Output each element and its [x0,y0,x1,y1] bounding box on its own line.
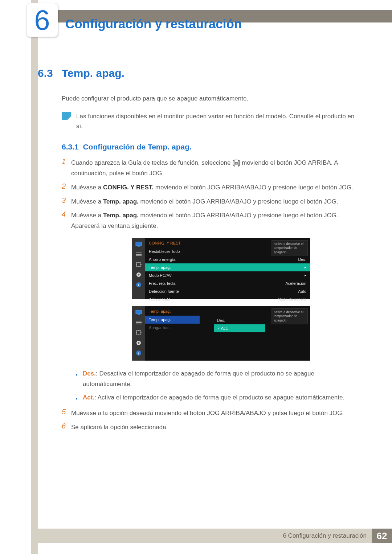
l: Temp. apag. [149,317,171,322]
t: moviendo el botón JOG ARRIBA/ABAJO y pre… [139,212,338,219]
v: ▸ [305,273,306,278]
step-number: 4 [62,210,71,231]
step-text: Muévase a Temp. apag. moviendo el botón … [71,210,338,231]
svg-rect-3 [136,254,142,255]
l: Activar LED [149,297,170,301]
step-number: 6 [62,422,71,433]
display-icon [135,310,142,315]
config-rest-label: CONFIG. Y REST. [103,184,154,191]
step-2: 2 Muévase a CONFIG. Y REST. moviendo el … [62,182,357,193]
note-icon [62,112,71,120]
note-text: Las funciones disponibles en el monitor … [76,111,357,131]
t: Muévase a [71,212,103,219]
step-text: Cuando aparezca la Guía de teclas de fun… [71,158,357,179]
section-heading: 6.3 Temp. apag. [38,67,357,79]
step-text: Muévase a la opción deseada moviendo el … [71,408,344,419]
svg-rect-11 [138,314,140,315]
display-icon [135,242,142,247]
l: Temp. apag. [149,265,171,270]
gear-icon [135,340,142,345]
svg-rect-2 [136,253,142,253]
osd-panel-1: i CONFIG. Y REST. Restablecer Todo Ahorr… [132,238,310,299]
bullet-icon: ● [75,395,78,403]
v: Aceleración [286,281,306,286]
step4-line2: Aparecerá la ventana siguiente. [71,222,158,229]
svg-rect-12 [136,321,142,321]
step-text: Se aplicará la opción seleccionada. [71,422,168,433]
section-number: 6.3 [38,67,62,79]
des-label: Des. [83,370,96,377]
chapter-title: Configuración y restauración [65,17,242,31]
subsection-number: 6.3.1 [62,143,79,151]
intro-paragraph: Puede configurar el producto para que se… [62,94,357,103]
option-act: Act. [214,324,265,332]
svg-rect-1 [138,246,140,247]
menu-icon: ▥ [234,160,238,167]
osd-row-frec: Frec. rep. teclaAceleración [145,279,310,287]
step-3: 3 Muévase a Temp. apag. moviendo el botó… [62,197,357,207]
bullet-icon: ● [75,372,78,390]
osd-row-tempapag: Temp. apag. [145,316,200,324]
chapter-number: 6 [34,4,50,37]
svg-point-7 [138,274,140,276]
l: Apagar tras [149,325,170,330]
osd-tooltip: Active o desactive el temporizador de ap… [271,240,308,256]
osd-tooltip: Active o desactive el temporizador de ap… [271,308,308,324]
note-block: Las funciones disponibles en el monitor … [62,111,357,131]
step-text: Muévase a CONFIG. Y REST. moviendo el bo… [71,182,353,193]
option-des: Des. [214,316,265,324]
v: ▸ [305,265,306,270]
step-number: 2 [62,182,71,193]
step-1: 1 Cuando aparezca la Guía de teclas de f… [62,158,357,179]
subsection-heading: 6.3.1 Configuración de Temp. apag. [62,143,357,151]
osd-row-led: Activar LEDModo de espera [145,295,310,303]
step-number: 5 [62,408,71,419]
osd-sidebar: i [132,306,145,361]
bullet-act: ● Act.: Activa el temporizador de apagad… [75,393,357,403]
osd-row-tempapag: Temp. apag.▸ [145,263,310,271]
page-footer: 6 Configuración y restauración 62 [31,529,392,543]
info-icon: i [135,350,142,356]
svg-rect-13 [136,322,142,323]
chapter-badge: 6 [26,3,58,37]
l: Frec. rep. tecla [149,281,175,286]
step-5: 5 Muévase a la opción deseada moviendo e… [62,408,357,419]
act-label: Act. [83,394,94,401]
left-margin-bar [31,0,38,554]
step-number: 3 [62,196,71,207]
t: Muévase a [71,198,103,205]
temp-apag-label: Temp. apag. [103,198,139,205]
svg-text:i: i [138,283,139,287]
v: Des. [298,257,306,262]
svg-rect-10 [136,310,142,314]
option-descriptions: ● Des.: Desactiva el temporizador de apa… [75,369,357,403]
resize-icon [135,330,142,335]
t: Muévase a [71,184,103,191]
section-title: Temp. apag. [62,67,124,79]
list-icon [135,320,142,325]
osd-panel-2: i Temp. apag. Temp. apag. Apagar tras De… [132,306,310,361]
svg-text:i: i [138,351,139,355]
gear-icon [135,272,142,277]
l: Modo PC/AV [149,273,172,278]
step-text: Muévase a Temp. apag. moviendo el botón … [71,197,338,207]
step1-pre: Cuando aparezca la Guía de teclas de fun… [71,159,234,166]
osd-row-detect: Detección fuenteAuto [145,287,310,295]
footer-chapter: 6 Configuración y restauración [283,532,367,539]
step-4: 4 Muévase a Temp. apag. moviendo el botó… [62,210,357,231]
v: Auto [298,289,306,294]
osd-main: Temp. apag. Temp. apag. Apagar tras Des.… [145,306,310,361]
resize-icon [135,262,142,267]
svg-rect-4 [136,255,142,256]
l: Detección fuente [149,289,179,294]
step-6: 6 Se aplicará la opción seleccionada. [62,422,357,433]
svg-rect-0 [136,242,142,246]
osd-row-pcav: Modo PC/AV▸ [145,271,310,279]
osd-group: i CONFIG. Y REST. Restablecer Todo Ahorr… [132,238,357,361]
osd-main: CONFIG. Y REST. Restablecer Todo Ahorro … [145,238,310,299]
svg-point-17 [138,342,140,344]
content-area: 6.3 Temp. apag. Puede configurar el prod… [38,67,357,436]
svg-rect-14 [136,324,142,324]
l: Ahorro energía [149,257,175,262]
l: Restablecer Todo [149,249,180,254]
